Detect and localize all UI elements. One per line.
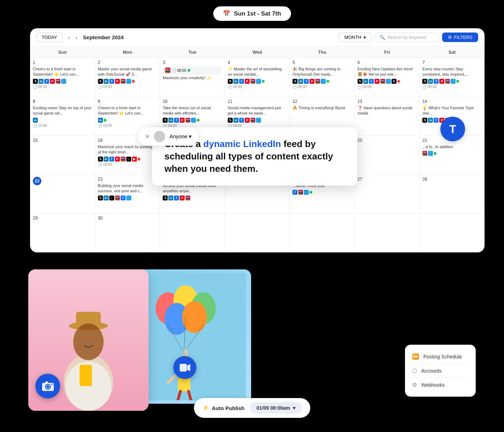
x-icon: 𝕏 [228, 79, 233, 84]
li-icon: in [33, 118, 38, 123]
pi-icon: P [115, 157, 120, 162]
x-icon: 𝕏 [163, 195, 168, 200]
cal-cell-21[interactable]: 21 ...d to...le addition 📷 🐦 [419, 136, 485, 175]
anyone-label[interactable]: Anyone ▾ [169, 133, 192, 140]
month-selector[interactable]: MONTH ▾ [339, 33, 371, 42]
cal-cell-2[interactable]: 2 Master your social media game with Onl… [95, 58, 160, 97]
video-circle-icon[interactable] [173, 356, 196, 379]
webhooks-item[interactable]: ⚙ Webhooks [412, 378, 469, 392]
tw-icon: 🐦 [304, 190, 309, 195]
pi-icon: P [309, 79, 314, 84]
accounts-icon: ⬡ [412, 367, 417, 374]
social-icons: 𝕏 in f P 📷 [163, 195, 222, 200]
posting-schedule-card: ⏩ Posting Schedule ⬡ Accounts ⚙ Webhooks [405, 345, 476, 397]
cal-cell-13[interactable]: 13 ❓ Have questions about social media [355, 97, 420, 136]
calendar-toolbar: TODAY ‹ › September 2024 MONTH ▾ 🔍 Searc… [30, 28, 485, 47]
pi-icon: P [180, 195, 185, 200]
svg-point-26 [51, 384, 53, 385]
cal-time: 🕐 09:00 [98, 85, 157, 89]
li-icon: in [168, 195, 173, 200]
cal-cell-8[interactable]: 8 Exciting news! Stay on top of your soc… [30, 97, 95, 136]
filter-icon: ⚙ [448, 35, 452, 40]
pi-icon: P [375, 79, 380, 84]
dot-green [434, 152, 436, 155]
accounts-item[interactable]: ⬡ Accounts [412, 364, 469, 378]
date-num: 13 [358, 99, 417, 104]
cal-event: Exciting New Updates Are Here! 🦁🦊 We've … [358, 66, 417, 77]
date-num: 6 [358, 60, 417, 65]
date-num: 2 [98, 60, 157, 65]
x-icon: 𝕏 [98, 157, 103, 162]
date-num: 27 [358, 177, 417, 182]
tw-icon: 🐦 [386, 79, 391, 84]
search-box: 🔍 Search by keyword [375, 33, 439, 42]
prev-button[interactable]: ‹ [66, 34, 72, 41]
date-range-label: Sun 1st - Sat 7th [234, 10, 281, 17]
auto-publish-date[interactable]: 01/09 08:00am ▾ [250, 402, 302, 414]
cal-cell-empty1 [160, 214, 225, 252]
tw-icon: 🐦 [256, 118, 261, 123]
ig-icon: 📷 [422, 151, 427, 156]
cal-event: Maximize your creativity! ✨ [163, 75, 222, 81]
cal-cell-15[interactable]: 15 [30, 136, 95, 175]
day-header-tue: Tue [160, 47, 225, 58]
date-num: 20 [358, 138, 417, 143]
cal-cell-23[interactable]: 23 Building your social media success, o… [95, 175, 160, 214]
date-num: 1 [33, 60, 92, 65]
cal-cell-6[interactable]: 6 Exciting New Updates Are Here! 🦁🦊 We'v… [355, 58, 420, 97]
fb-icon: f [109, 157, 114, 162]
svg-marker-28 [187, 364, 190, 371]
date-num: 3 [163, 60, 222, 65]
ig-icon: 📷 [115, 195, 120, 200]
cal-cell-1[interactable]: 1 Cheers to a fresh start in September! … [30, 58, 95, 97]
pi-icon: P [115, 79, 120, 84]
cal-time: 🕐 14:00 [33, 124, 92, 128]
today-button[interactable]: TODAY [36, 33, 63, 42]
fb-icon: f [109, 79, 114, 84]
cal-event: 💡 What's Your Favorite Type one... [422, 105, 481, 116]
filters-button[interactable]: ⚙ FILTERS [442, 33, 479, 42]
dot-green [456, 80, 459, 83]
camera-circle-icon[interactable] [35, 374, 60, 398]
li-icon: in [233, 79, 238, 84]
cal-cell-5[interactable]: 5 🎉 Big things are coming to OnlySocial!… [290, 58, 355, 97]
next-button[interactable]: › [74, 34, 80, 41]
x-icon: 𝕏 [98, 195, 103, 200]
cal-cell-7[interactable]: 7 Every step counts! Stay consistent, st… [419, 58, 485, 97]
cal-cell-30[interactable]: 30 [95, 214, 160, 252]
svg-rect-25 [45, 381, 48, 384]
fb-icon: f [434, 79, 439, 84]
cal-event: Cheers to a fresh start in September! 🌟 … [33, 66, 92, 77]
fb-icon: f [369, 79, 374, 84]
svg-point-4 [73, 323, 104, 360]
posting-schedule-item[interactable]: ⏩ Posting Schedule [412, 350, 469, 364]
tw-icon: 🐦 [256, 79, 261, 84]
date-num: 28 [422, 177, 481, 182]
ig-icon: 📷 [121, 157, 126, 162]
cal-cell-3[interactable]: 3 📷 🕐 00:55 Maximize your creativity! ✨ [160, 58, 225, 97]
social-icons: 𝕏 in f P 📷 🐦 [98, 79, 157, 84]
close-x-icon[interactable]: ✕ [145, 133, 150, 140]
fb-icon: f [239, 118, 244, 123]
cal-event: Master your social media game with OnlyS… [98, 66, 157, 77]
accounts-label: Accounts [421, 368, 442, 374]
ig-story-icon: 📷 [165, 68, 170, 73]
cal-time: 🕐 09:00 [98, 163, 157, 167]
tw-icon: 🐦 [428, 151, 433, 156]
cal-cell-20[interactable]: 20 [355, 136, 420, 175]
tw-icon: 🐦 [191, 118, 196, 123]
cal-cell-27[interactable]: 27 [355, 175, 420, 214]
cal-cell-28[interactable]: 28 [419, 175, 485, 214]
social-icons: 𝕏 in f P 📷 🐦 [228, 118, 287, 123]
date-num: 8 [33, 99, 92, 104]
li-icon: in [104, 195, 109, 200]
li-icon: in [104, 157, 109, 162]
ig-icon: 📷 [250, 79, 255, 84]
webhooks-icon: ⚙ [412, 381, 417, 388]
dot-red [138, 158, 140, 160]
cal-cell-4[interactable]: 4 ✨ Master the art of storytelling on so… [225, 58, 290, 97]
cal-cell-29[interactable]: 29 [30, 214, 95, 252]
cal-cell-empty5 [419, 214, 485, 252]
date-num: 15 [33, 138, 92, 143]
cal-cell-22[interactable]: 22 [30, 175, 95, 214]
